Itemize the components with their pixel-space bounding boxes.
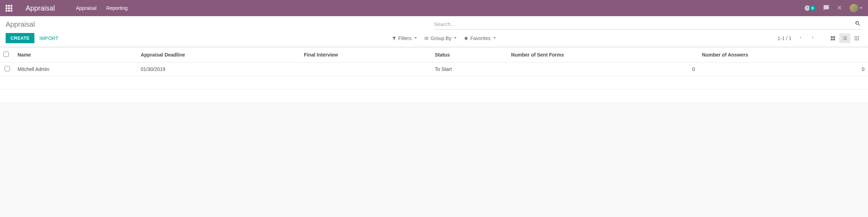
empty-row xyxy=(0,90,868,103)
filters-dropdown[interactable]: Filters xyxy=(392,35,417,41)
cell-final-interview xyxy=(300,63,431,76)
empty-row xyxy=(0,76,868,90)
activity-indicator[interactable]: 8 xyxy=(804,5,816,11)
header-checkbox-cell xyxy=(0,47,14,63)
cell-status: To Start xyxy=(431,63,508,76)
search-options: Filters Group By Favorites xyxy=(392,35,778,41)
app-title[interactable]: Appraisal xyxy=(26,4,55,12)
kanban-icon xyxy=(830,35,836,41)
groupby-label: Group By xyxy=(431,35,451,41)
row-checkbox-cell xyxy=(0,63,14,76)
topbar: Appraisal Appraisal Reporting 8 xyxy=(0,0,868,16)
breadcrumb: Appraisal xyxy=(6,20,434,28)
table-row[interactable]: Mitchell Admin 01/30/2019 To Start 0 0 xyxy=(0,63,868,76)
select-all-checkbox[interactable] xyxy=(4,52,9,57)
col-status[interactable]: Status xyxy=(431,47,508,63)
search-bar[interactable] xyxy=(434,20,863,29)
control-panel: Appraisal CREATE IMPORT Filters Group By xyxy=(0,16,868,47)
table-header-row: Name Appraisal Deadline Final Interview … xyxy=(0,47,868,63)
import-button[interactable]: IMPORT xyxy=(39,35,58,41)
favorites-dropdown[interactable]: Favorites xyxy=(464,35,496,41)
apps-icon[interactable] xyxy=(6,5,12,12)
grid-view-button[interactable] xyxy=(851,33,862,43)
pager: 1-1 / 1 xyxy=(777,34,817,42)
control-panel-right: 1-1 / 1 xyxy=(777,33,862,43)
view-switcher xyxy=(827,33,862,43)
nav-links: Appraisal Reporting xyxy=(76,5,127,11)
col-answers[interactable]: Number of Answers xyxy=(698,47,868,63)
cell-answers: 0 xyxy=(698,63,868,76)
data-table: Name Appraisal Deadline Final Interview … xyxy=(0,47,868,103)
chevron-down-icon xyxy=(493,37,496,40)
user-menu[interactable] xyxy=(850,4,862,12)
col-name[interactable]: Name xyxy=(14,47,137,63)
groupby-dropdown[interactable]: Group By xyxy=(424,35,457,41)
activity-badge-count: 8 xyxy=(809,6,816,11)
cell-name: Mitchell Admin xyxy=(14,63,137,76)
discuss-icon[interactable] xyxy=(823,5,829,12)
cell-deadline: 01/30/2019 xyxy=(137,63,300,76)
action-buttons: CREATE IMPORT xyxy=(6,33,392,43)
star-icon xyxy=(464,36,469,41)
cross-icon[interactable] xyxy=(836,5,843,12)
grid-icon xyxy=(854,35,860,41)
favorites-label: Favorites xyxy=(470,35,491,41)
pager-next[interactable] xyxy=(809,34,817,42)
nav-link-reporting[interactable]: Reporting xyxy=(106,5,128,11)
list-icon xyxy=(424,36,429,41)
col-sent-forms[interactable]: Number of Sent Forms xyxy=(508,47,698,63)
topbar-right: 8 xyxy=(804,4,862,12)
topbar-left: Appraisal Appraisal Reporting xyxy=(6,4,804,12)
filter-icon xyxy=(392,36,397,41)
list-view-button[interactable] xyxy=(839,33,850,43)
cell-sent-forms: 0 xyxy=(508,63,698,76)
list-icon xyxy=(842,35,848,41)
nav-link-appraisal[interactable]: Appraisal xyxy=(76,5,96,11)
search-icon[interactable] xyxy=(853,20,862,28)
kanban-view-button[interactable] xyxy=(827,33,839,43)
create-button[interactable]: CREATE xyxy=(6,33,34,43)
pager-text[interactable]: 1-1 / 1 xyxy=(777,35,791,41)
chevron-down-icon xyxy=(414,37,417,40)
chevron-down-icon xyxy=(860,7,862,10)
col-final-interview[interactable]: Final Interview xyxy=(300,47,431,63)
col-deadline[interactable]: Appraisal Deadline xyxy=(137,47,300,63)
row-checkbox[interactable] xyxy=(5,66,10,71)
filters-label: Filters xyxy=(398,35,412,41)
avatar xyxy=(850,4,858,12)
chevron-down-icon xyxy=(454,37,457,40)
pager-prev[interactable] xyxy=(796,34,804,42)
search-input[interactable] xyxy=(434,21,854,27)
